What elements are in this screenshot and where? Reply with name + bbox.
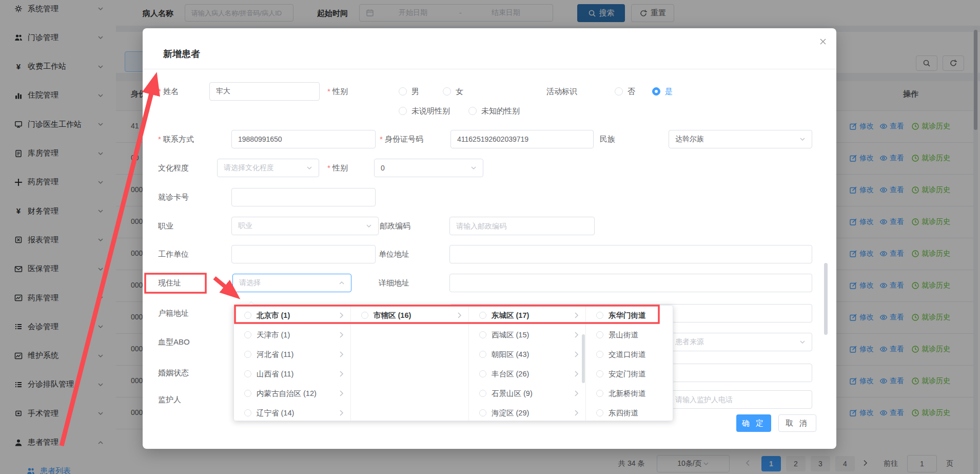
ethnicity-select[interactable]: 达斡尔族 — [669, 130, 812, 148]
radio-icon[interactable] — [596, 331, 603, 338]
cascader-option[interactable]: 朝阳区 (43) — [469, 345, 585, 364]
occupation-select[interactable]: 职业 — [231, 217, 379, 235]
detail-address-input[interactable] — [449, 274, 812, 292]
postal-input[interactable] — [449, 217, 595, 235]
close-icon[interactable] — [819, 37, 827, 46]
patient-source-select[interactable]: 患者来源 — [669, 333, 812, 351]
app-root: 系统管理门诊管理¥收费工作站住院管理门诊医生工作站库房管理药房管理¥财务管理报表… — [0, 0, 980, 474]
cascader-option[interactable]: 市辖区 (16) — [351, 306, 468, 325]
radio-icon[interactable] — [244, 312, 251, 319]
cascader-option[interactable]: 辽宁省 (14) — [234, 403, 350, 421]
cascader-option[interactable]: 海淀区 (29) — [469, 403, 585, 421]
radio-icon[interactable] — [596, 409, 603, 416]
cascader-scrollbar-thumb[interactable] — [582, 334, 585, 383]
chevron-right-icon — [337, 350, 345, 358]
chevron-right-icon — [572, 331, 580, 339]
current-address-label: 现住址 — [158, 278, 181, 288]
gender-code-label: 性别 — [327, 163, 348, 173]
chevron-right-icon — [572, 350, 580, 358]
id-number-input[interactable] — [450, 130, 594, 148]
contact-label: 联系方式 — [158, 135, 194, 144]
cascader-option[interactable]: 北京市 (1) — [234, 306, 350, 325]
cascader-option[interactable]: 河北省 (11) — [234, 345, 350, 364]
cascader-option[interactable]: 内蒙古自治区 (12) — [234, 384, 350, 403]
current-address-cascader[interactable]: 请选择 — [232, 274, 351, 292]
radio-icon[interactable] — [244, 409, 251, 416]
radio-icon[interactable] — [479, 370, 486, 377]
address-cascader-dropdown: 北京市 (1)天津市 (1)河北省 (11)山西省 (11)内蒙古自治区 (12… — [233, 305, 673, 421]
cascader-option[interactable]: 东四街道 — [586, 403, 674, 421]
work-unit-input[interactable] — [231, 245, 376, 263]
radio-icon[interactable] — [596, 390, 603, 397]
modal-title: 新增患者 — [163, 48, 200, 60]
cascader-option[interactable]: 石景山区 (9) — [469, 384, 585, 403]
occupation-label: 职业 — [158, 221, 173, 231]
gender-radio-female[interactable] — [443, 87, 451, 96]
radio-icon[interactable] — [479, 312, 486, 319]
cascader-option[interactable]: 景山街道 — [586, 325, 674, 345]
card-no-input[interactable] — [231, 188, 376, 206]
chevron-right-icon — [455, 311, 463, 319]
radio-icon[interactable] — [244, 331, 251, 338]
radio-icon[interactable] — [479, 390, 486, 397]
gender-radio-unknown[interactable] — [468, 107, 477, 115]
active-radio-no[interactable] — [615, 87, 623, 96]
contact-input[interactable] — [231, 130, 376, 148]
education-label: 文化程度 — [158, 163, 189, 173]
cascader-option[interactable]: 山西省 (11) — [234, 364, 350, 384]
cascader-option[interactable]: 交道口街道 — [586, 345, 674, 364]
cascader-column-1: 北京市 (1)天津市 (1)河北省 (11)山西省 (11)内蒙古自治区 (12… — [234, 306, 351, 421]
cascader-option[interactable]: 天津市 (1) — [234, 325, 350, 345]
radio-icon[interactable] — [244, 351, 251, 358]
gender-radio-unstated[interactable] — [399, 107, 407, 115]
modal-scrollbar-thumb[interactable] — [824, 263, 828, 335]
radio-icon[interactable] — [596, 312, 603, 319]
blood-type-label: 血型ABO — [158, 337, 190, 347]
chevron-right-icon — [337, 311, 345, 319]
confirm-button[interactable]: 确 定 — [736, 414, 771, 432]
chevron-right-icon — [572, 370, 580, 378]
radio-icon[interactable] — [479, 331, 486, 338]
household-address-label: 户籍地址 — [158, 309, 189, 318]
chevron-right-icon — [337, 409, 345, 417]
chevron-down-icon — [365, 222, 373, 230]
cancel-button[interactable]: 取 消 — [778, 414, 816, 432]
gender-radio-male[interactable] — [399, 87, 407, 96]
chevron-up-icon — [338, 279, 346, 287]
ethnicity-label: 民族 — [600, 135, 615, 144]
name-label: 姓名 — [158, 87, 179, 97]
active-radio-yes[interactable] — [652, 87, 660, 96]
cascader-option[interactable]: 安定门街道 — [586, 364, 674, 384]
radio-icon[interactable] — [244, 390, 251, 397]
radio-icon[interactable] — [479, 409, 486, 416]
chevron-right-icon — [337, 389, 345, 397]
radio-icon[interactable] — [244, 370, 251, 377]
radio-icon[interactable] — [361, 312, 368, 319]
work-unit-label: 工作单位 — [158, 250, 189, 259]
cascader-column-3: 东城区 (17)西城区 (15)朝阳区 (43)丰台区 (26)石景山区 (9)… — [469, 306, 586, 421]
chevron-right-icon — [572, 389, 580, 397]
cascader-column-2: 市辖区 (16) — [351, 306, 469, 421]
radio-icon[interactable] — [479, 351, 486, 358]
cascader-option[interactable]: 东华门街道 — [586, 306, 674, 325]
chevron-down-icon — [305, 164, 313, 172]
marital-label: 婚姻状态 — [158, 368, 189, 378]
guardian-phone-input[interactable] — [669, 390, 812, 409]
gender-label: 性别 — [327, 87, 348, 97]
chevron-down-icon — [469, 164, 478, 172]
chevron-down-icon — [798, 135, 807, 143]
unit-address-label: 单位地址 — [379, 250, 409, 259]
cascader-option[interactable]: 丰台区 (26) — [469, 364, 585, 384]
postal-label: 邮政编码 — [380, 221, 410, 231]
guardian-label: 监护人 — [158, 395, 181, 405]
radio-icon[interactable] — [596, 370, 603, 377]
cascader-option[interactable]: 北新桥街道 — [586, 384, 674, 403]
cascader-option[interactable]: 西城区 (15) — [469, 325, 585, 345]
gender-code-select[interactable]: 0 — [374, 159, 483, 177]
radio-icon[interactable] — [596, 351, 603, 358]
id-number-label: 身份证号码 — [380, 135, 423, 144]
unit-address-input[interactable] — [449, 245, 812, 263]
education-select[interactable]: 请选择文化程度 — [217, 159, 319, 177]
name-input[interactable] — [209, 82, 320, 101]
cascader-option[interactable]: 东城区 (17) — [469, 306, 585, 325]
